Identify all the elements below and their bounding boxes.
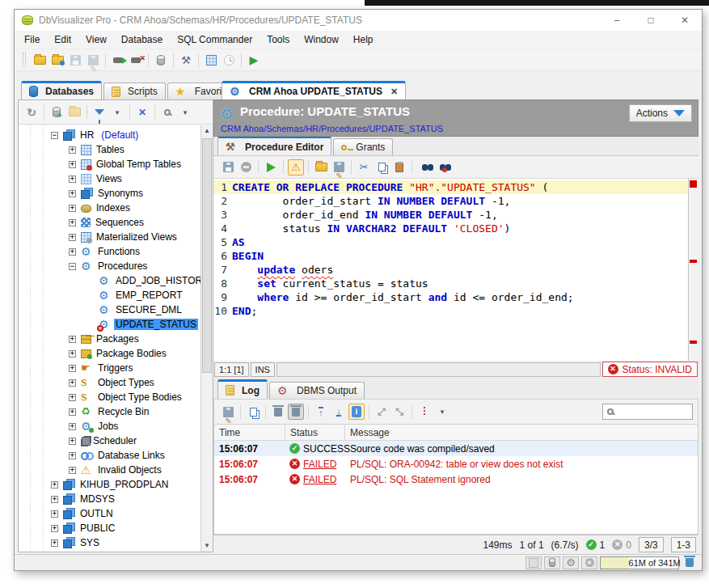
tree-item-label[interactable]: Packages: [95, 333, 141, 345]
open-folder-icon[interactable]: [32, 52, 48, 68]
code-line-10[interactable]: 10END;: [213, 304, 688, 318]
code-line-9[interactable]: 9 where id >= order_id_start and id <= o…: [213, 290, 688, 304]
expand-node-icon[interactable]: +: [69, 234, 76, 241]
log-clear-filtered-icon[interactable]: [288, 404, 304, 420]
memory-gauge[interactable]: 61M of 341M: [600, 556, 679, 569]
close-button[interactable]: ✕: [668, 10, 702, 31]
tab-log[interactable]: Log: [217, 379, 268, 399]
expand-node-icon[interactable]: +: [51, 525, 58, 532]
log-table-header[interactable]: Time Status Message: [214, 425, 698, 441]
filter-caret-icon[interactable]: ▾: [109, 104, 125, 121]
maximize-button[interactable]: □: [634, 10, 668, 31]
log-search-box[interactable]: [602, 404, 693, 420]
database-status-icon[interactable]: [544, 556, 560, 569]
code-line-5[interactable]: 5AS: [213, 235, 688, 249]
error-stripe[interactable]: [688, 179, 698, 361]
menu-edit[interactable]: Edit: [47, 31, 78, 49]
toolbar-grip[interactable]: [23, 53, 26, 67]
tree-item-label[interactable]: SYS: [78, 537, 101, 548]
expand-node-icon[interactable]: +: [69, 190, 76, 197]
error-mark[interactable]: [690, 341, 697, 344]
tab-scripts[interactable]: Scripts: [103, 82, 166, 99]
code-line-3[interactable]: 3 order_id_end IN NUMBER DEFAULT -1,: [213, 208, 688, 222]
tree-item-label[interactable]: Functions: [96, 246, 141, 257]
bookmarks-folder-icon[interactable]: [49, 52, 65, 68]
tree-item-sys[interactable]: +SYS: [19, 535, 200, 550]
database-icon[interactable]: [153, 52, 169, 68]
tree-item-label[interactable]: Materialized Views: [95, 231, 179, 243]
tree-item-label[interactable]: EMP_REPORT: [114, 290, 184, 301]
column-status[interactable]: Status: [285, 425, 345, 440]
tree-item-sequences[interactable]: +Sequences: [19, 215, 200, 230]
grid-window-icon[interactable]: [203, 52, 219, 68]
tree-item-label[interactable]: Procedures: [96, 260, 149, 272]
log-clear-icon[interactable]: [270, 404, 286, 420]
expand-node-icon[interactable]: +: [69, 408, 76, 416]
expand-all-icon[interactable]: ⤢: [373, 404, 390, 420]
actions-button[interactable]: Actions: [629, 104, 692, 122]
save-procedure-icon[interactable]: [220, 159, 236, 176]
column-message[interactable]: Message: [345, 425, 698, 440]
expand-node-icon[interactable]: +: [69, 219, 76, 226]
tree-item-triggers[interactable]: +Triggers: [19, 361, 200, 375]
tree-item-outln[interactable]: +OUTLN: [19, 506, 200, 521]
expand-node-icon[interactable]: +: [51, 496, 58, 503]
tree-item-invalid-objects[interactable]: +Invalid Objects: [19, 463, 200, 477]
tree-item-label[interactable]: Indexes: [95, 202, 132, 214]
tree-item-label[interactable]: Database Links: [96, 450, 167, 461]
expand-node-icon[interactable]: +: [69, 423, 76, 430]
tree-item-label[interactable]: HR: [78, 129, 95, 141]
column-caret-icon[interactable]: ▾: [434, 404, 450, 420]
expand-node-icon[interactable]: +: [69, 205, 76, 212]
close-tab-icon[interactable]: ✕: [387, 87, 398, 97]
driver-pointer-icon[interactable]: ▶: [246, 52, 262, 68]
collapse-all-log-icon[interactable]: ⤡: [391, 404, 407, 420]
expand-node-icon[interactable]: +: [69, 379, 76, 387]
tree-item-hr[interactable]: −HR(Default): [19, 128, 200, 142]
collapse-all-icon[interactable]: ✕: [134, 104, 150, 121]
tree-scrollbar[interactable]: ▲ ▼: [200, 125, 213, 552]
search-nodes-icon[interactable]: [159, 104, 175, 121]
expand-node-icon[interactable]: +: [69, 467, 76, 474]
scrollbar-thumb[interactable]: [202, 138, 212, 373]
add-folder-icon[interactable]: [66, 104, 82, 121]
tree-item-functions[interactable]: +Functions: [19, 244, 200, 259]
tree-item-database-links[interactable]: +Database Links: [19, 448, 200, 463]
tree-item-secure-dml[interactable]: SECURE_DML: [19, 302, 200, 317]
expand-node-icon[interactable]: +: [69, 394, 76, 401]
expand-node-icon[interactable]: +: [69, 176, 76, 183]
column-marker-icon[interactable]: [416, 404, 433, 420]
tree-item-scheduler[interactable]: +Scheduler: [19, 434, 200, 448]
expand-node-icon[interactable]: +: [69, 146, 76, 154]
error-mark[interactable]: [690, 260, 697, 263]
log-row[interactable]: 15:06:07✕FAILEDPL/SQL: ORA-00942: table …: [214, 456, 698, 472]
tree-item-label[interactable]: Sequences: [94, 217, 146, 228]
log-export-icon[interactable]: [220, 404, 236, 420]
sql-editor[interactable]: 1CREATE OR REPLACE PROCEDURE "HR"."UPDAT…: [213, 179, 698, 361]
tree-item-label[interactable]: Package Bodies: [95, 348, 168, 359]
tree-item-label[interactable]: PUBLIC: [78, 522, 116, 534]
log-row[interactable]: 15:06:07✓SUCCESSSource code was compiled…: [214, 441, 698, 456]
menu-window[interactable]: Window: [297, 31, 346, 49]
collapse-node-icon[interactable]: −: [51, 132, 58, 139]
copy-icon[interactable]: [373, 159, 390, 176]
open-file-icon[interactable]: [313, 159, 329, 176]
stop-task-icon[interactable]: ✕: [581, 556, 597, 569]
tree-item-label[interactable]: Recycle Bin: [96, 406, 150, 417]
filter-icon[interactable]: [91, 104, 108, 121]
garbage-collect-icon[interactable]: [682, 556, 698, 569]
tree-item-emp-report[interactable]: EMP_REPORT: [19, 288, 200, 302]
expand-node-icon[interactable]: +: [51, 481, 58, 489]
export-icon[interactable]: [331, 159, 347, 176]
expand-node-icon[interactable]: +: [69, 336, 76, 343]
expand-node-icon[interactable]: +: [69, 248, 76, 256]
find-replace-icon[interactable]: [434, 159, 450, 176]
tree-item-global-temp-tables[interactable]: +Global Temp Tables: [19, 157, 200, 171]
expand-node-icon[interactable]: +: [51, 539, 58, 547]
log-copy-icon[interactable]: [245, 404, 261, 420]
execute-icon[interactable]: [263, 159, 279, 176]
tree-item-label[interactable]: Jobs: [96, 421, 120, 432]
code-line-8[interactable]: 8 set current_status = status: [213, 277, 688, 290]
tab-dbms-output[interactable]: DBMS Output: [269, 382, 365, 399]
column-time[interactable]: Time: [214, 425, 285, 440]
